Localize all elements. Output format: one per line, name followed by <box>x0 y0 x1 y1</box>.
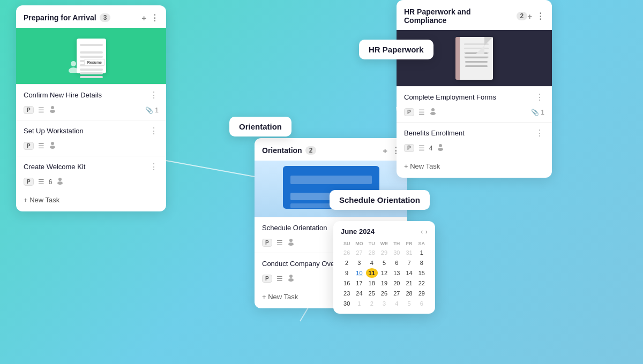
svg-point-5 <box>51 106 54 109</box>
cal-day-8[interactable]: 8 <box>416 258 428 268</box>
notebook-corner <box>484 37 493 46</box>
add-task-icon-orientation[interactable]: + <box>383 146 387 155</box>
add-task-icon-preparing[interactable]: + <box>141 13 146 22</box>
cal-day-prev-28[interactable]: 28 <box>366 248 378 257</box>
task-meta-confirm: P ☰ 📎 1 <box>24 103 159 119</box>
tooltip-hr-paperwork: HR Paperwork <box>359 40 433 59</box>
cal-day-28[interactable]: 28 <box>403 289 415 298</box>
cal-day-30[interactable]: 30 <box>341 299 353 308</box>
column-badge-preparing: 3 <box>100 13 111 22</box>
cal-day-6[interactable]: 6 <box>391 258 402 268</box>
cal-day-26[interactable]: 26 <box>378 289 390 298</box>
column-hr: HR Paperwork and Compliance 2 + ⋮ Comple… <box>397 0 552 178</box>
column-actions-preparing[interactable]: + ⋮ <box>141 13 159 22</box>
person-icon-welcome <box>56 177 64 186</box>
calendar-next[interactable]: › <box>425 228 428 236</box>
resume-label-text: Resume <box>84 59 105 66</box>
add-task-icon-hr[interactable]: + <box>527 12 532 21</box>
cal-day-next-1[interactable]: 1 <box>353 299 365 308</box>
priority-badge-welcome: P <box>24 178 34 186</box>
header-left-hr: HR Paperwork and Compliance 2 <box>404 7 527 25</box>
cal-day-25[interactable]: 25 <box>366 289 378 298</box>
svg-line-0 <box>166 161 255 177</box>
header-left-orientation: Orientation 2 <box>262 146 316 155</box>
column-menu-icon-hr[interactable]: ⋮ <box>536 11 544 21</box>
resume-paper: Resume <box>77 39 106 73</box>
cal-day-16[interactable]: 16 <box>341 278 353 288</box>
resume-icon: Resume <box>67 37 115 75</box>
cal-day-prev-29[interactable]: 29 <box>378 248 390 257</box>
task-benefits: Benefits Enrollment ⋮ P ☰ 4 <box>397 122 552 158</box>
cal-header-mo: MO <box>353 240 365 247</box>
cal-day-5[interactable]: 5 <box>378 258 390 268</box>
task-workstation: Set Up Workstation ⋮ P ☰ <box>16 120 166 156</box>
cal-day-prev-26[interactable]: 26 <box>341 248 353 257</box>
cal-day-next-4[interactable]: 4 <box>391 299 402 308</box>
calendar-header: June 2024 ‹ › <box>341 228 428 236</box>
cal-day-18[interactable]: 18 <box>366 278 378 288</box>
list-count-benefits: 4 <box>429 145 433 152</box>
person-icon-conduct <box>287 274 295 283</box>
cal-day-23[interactable]: 23 <box>341 289 353 298</box>
cal-day-prev-31[interactable]: 31 <box>403 248 415 257</box>
cal-day-22[interactable]: 22 <box>416 278 428 288</box>
cal-day-24[interactable]: 24 <box>353 289 365 298</box>
cal-day-4[interactable]: 4 <box>366 258 378 268</box>
task-title-benefits: Benefits Enrollment ⋮ <box>404 128 544 138</box>
cal-day-7[interactable]: 7 <box>403 258 415 268</box>
cal-day-15[interactable]: 15 <box>416 268 428 278</box>
calendar-prev[interactable]: ‹ <box>421 228 423 236</box>
column-actions-hr[interactable]: + ⋮ <box>527 11 544 21</box>
task-meta-employment-forms: P ☰ 📎 1 <box>404 105 544 121</box>
task-menu-benefits[interactable]: ⋮ <box>535 128 544 138</box>
person-icon-schedule <box>287 238 295 247</box>
task-confirm: Confirm New Hire Details ⋮ P ☰ 📎 1 <box>16 84 166 120</box>
cal-day-next-3[interactable]: 3 <box>378 299 390 308</box>
new-task-hr[interactable]: + New Task <box>397 158 552 171</box>
cal-day-21[interactable]: 21 <box>403 278 415 288</box>
task-menu-workstation[interactable]: ⋮ <box>149 126 159 136</box>
column-preparing: Preparing for Arrival 3 + ⋮ Resume <box>16 5 166 211</box>
task-menu-welcome[interactable]: ⋮ <box>149 162 159 172</box>
cal-header-tu: TU <box>366 240 378 247</box>
cal-day-29[interactable]: 29 <box>416 289 428 298</box>
cal-day-10[interactable]: 10 <box>353 268 365 278</box>
person-icon-benefits <box>437 143 444 153</box>
svg-point-6 <box>50 110 55 113</box>
task-title-confirm: Confirm New Hire Details ⋮ <box>24 90 159 100</box>
svg-point-14 <box>288 278 294 282</box>
list-icon-workstation: ☰ <box>38 142 44 150</box>
svg-point-11 <box>289 239 293 242</box>
svg-point-17 <box>439 144 442 147</box>
cal-day-20[interactable]: 20 <box>391 278 402 288</box>
calendar-navigation[interactable]: ‹ › <box>421 228 428 236</box>
cal-day-next-5[interactable]: 5 <box>403 299 415 308</box>
cal-day-11-today[interactable]: 11 <box>366 268 378 278</box>
cal-day-27[interactable]: 27 <box>391 289 402 298</box>
cal-day-12[interactable]: 12 <box>378 268 390 278</box>
cal-day-2[interactable]: 2 <box>341 258 353 268</box>
column-menu-icon-preparing[interactable]: ⋮ <box>151 13 159 22</box>
cal-day-prev-27[interactable]: 27 <box>353 248 365 257</box>
cal-day-17[interactable]: 17 <box>353 278 365 288</box>
cal-day-14[interactable]: 14 <box>403 268 415 278</box>
cal-day-next-6[interactable]: 6 <box>416 299 428 308</box>
task-meta-workstation: P ☰ <box>24 139 159 155</box>
cal-day-1[interactable]: 1 <box>416 248 428 257</box>
svg-point-16 <box>430 112 436 115</box>
task-menu-employment-forms[interactable]: ⋮ <box>535 92 544 102</box>
cal-day-3[interactable]: 3 <box>353 258 365 268</box>
cal-day-19[interactable]: 19 <box>378 278 390 288</box>
new-task-preparing[interactable]: + New Task <box>16 192 166 205</box>
task-menu-confirm[interactable]: ⋮ <box>149 90 159 100</box>
cal-header-th: TH <box>391 240 402 247</box>
cal-day-9[interactable]: 9 <box>341 268 353 278</box>
calendar-month: June 2024 <box>341 228 375 236</box>
svg-point-7 <box>51 142 54 145</box>
cal-day-prev-30[interactable]: 30 <box>391 248 402 257</box>
column-badge-orientation: 2 <box>305 146 317 155</box>
paperclip-icon-confirm: 📎 <box>145 107 153 114</box>
cal-day-13[interactable]: 13 <box>391 268 402 278</box>
cal-day-next-2[interactable]: 2 <box>366 299 378 308</box>
task-meta-benefits: P ☰ 4 <box>404 141 544 157</box>
